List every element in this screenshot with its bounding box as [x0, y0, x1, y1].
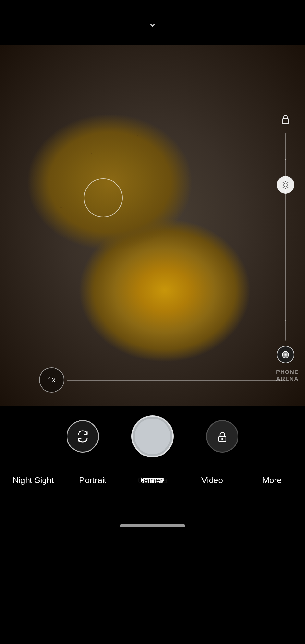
slider-lower-dot: [285, 320, 286, 321]
exposure-track[interactable]: [285, 133, 286, 341]
svg-point-11: [221, 438, 223, 440]
exposure-slider[interactable]: [276, 110, 295, 363]
tab-video-label: Video: [201, 475, 223, 485]
camera-buttons-row: [67, 415, 238, 457]
camera-viewfinder[interactable]: 1x PHONE ARENA: [0, 45, 305, 406]
shutter-button[interactable]: [131, 415, 174, 457]
tab-night-sight[interactable]: Night Sight: [3, 470, 63, 490]
slider-upper-dot: [285, 159, 286, 160]
lock-mode-icon: [215, 429, 229, 444]
mode-tabs: Night Sight Portrait Camera Video More: [0, 470, 305, 490]
lock-mode-button[interactable]: [206, 420, 238, 453]
svg-rect-0: [282, 119, 289, 124]
tab-video[interactable]: Video: [182, 470, 242, 490]
svg-line-6: [283, 182, 284, 183]
svg-line-8: [287, 182, 288, 183]
kiwi-texture: [0, 45, 305, 406]
tab-portrait[interactable]: Portrait: [63, 470, 123, 490]
brightness-button[interactable]: [277, 176, 294, 194]
tab-more[interactable]: More: [242, 470, 302, 490]
top-bar: ⌄: [0, 0, 305, 45]
svg-point-1: [284, 183, 287, 187]
chevron-down-icon[interactable]: ⌄: [148, 17, 157, 29]
zoom-level: 1x: [48, 376, 55, 384]
exposure-value-button[interactable]: [277, 346, 294, 363]
tab-night-sight-label: Night Sight: [12, 475, 54, 485]
flip-camera-button[interactable]: [67, 420, 99, 453]
zoom-track[interactable]: [67, 380, 286, 381]
home-indicator: [0, 516, 305, 535]
focus-circle[interactable]: [84, 178, 123, 217]
home-bar: [120, 524, 185, 527]
exposure-dot: [282, 351, 289, 358]
zoom-badge[interactable]: 1x: [39, 367, 64, 393]
sun-icon: [281, 180, 290, 189]
exposure-lock-icon[interactable]: [277, 110, 294, 128]
tab-camera[interactable]: Camera: [123, 470, 182, 490]
controls-bar: Night Sight Portrait Camera Video More: [0, 406, 305, 516]
svg-line-9: [283, 187, 284, 188]
zoom-controls[interactable]: 1x: [39, 367, 286, 393]
svg-line-7: [287, 187, 288, 188]
tab-portrait-label: Portrait: [79, 475, 106, 485]
tab-camera-label: Camera: [138, 475, 167, 485]
tab-more-label: More: [262, 475, 281, 485]
shutter-inner: [135, 419, 170, 454]
flip-camera-icon: [75, 428, 91, 444]
watermark: PHONE ARENA: [276, 369, 299, 383]
